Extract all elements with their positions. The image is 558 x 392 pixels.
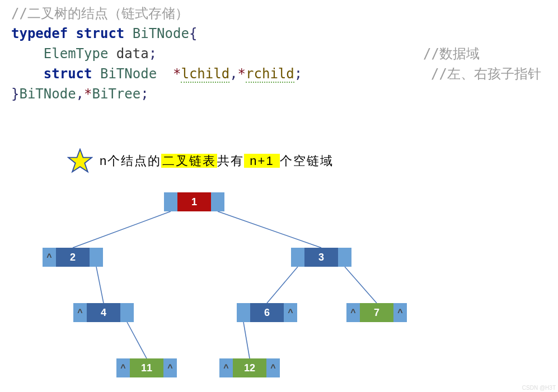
type-bitnode: BiTNode (124, 26, 189, 41)
note-hl1: 二叉链表 (161, 154, 217, 168)
code-block: //二叉树的结点（链式存储） typedef struct BiTNode{ E… (0, 0, 558, 104)
rchild-ptr: ^ (266, 358, 280, 377)
comma-2: , (76, 86, 84, 102)
watermark: CSDN @H3T (522, 385, 556, 391)
tree-node-11: ^11^ (116, 358, 177, 377)
brace-close: } (11, 86, 19, 102)
semi-1: ; (149, 46, 157, 62)
comma-1: , (229, 66, 237, 82)
rchild-ptr (211, 192, 224, 211)
data-cell: 6 (250, 303, 284, 322)
code-line-3: ElemType data;//数据域 (11, 44, 547, 64)
semi-3: ; (140, 86, 148, 102)
tree-node-4: ^4 (73, 303, 134, 322)
lchild-ptr: ^ (219, 358, 233, 377)
note-t3: 个空链域 (280, 154, 334, 168)
rchild-ptr (90, 248, 103, 267)
asterisk-3: * (84, 86, 92, 102)
edge-n1_r (218, 211, 321, 248)
type-elemtype: ElemType (11, 46, 108, 62)
edge-n4_r (127, 322, 147, 358)
note-text: n个结点的二叉链表共有 n+1 个空链域 (100, 153, 334, 169)
type-bitree: BiTree (92, 86, 141, 102)
tree-node-3: 3 (291, 248, 351, 267)
comment-2: //数据域 (423, 44, 480, 64)
brace-open: { (189, 26, 197, 41)
code-line-2: typedef struct BiTNode{ (11, 23, 547, 44)
code-line-5: }BiTNode,*BiTree; (11, 84, 547, 104)
id-data: data (108, 46, 148, 62)
tree-diagram: 1^23^46^^7^^11^^12^ (0, 185, 558, 391)
data-cell: 3 (304, 248, 338, 267)
svg-marker-0 (68, 149, 92, 172)
kw-struct: struct (68, 26, 124, 41)
edge-n2_r (96, 267, 104, 303)
tree-node-7: ^7^ (346, 303, 407, 322)
id-lchild: lchild (181, 66, 229, 83)
tree-node-12: ^12^ (219, 358, 280, 377)
data-cell: 7 (360, 303, 393, 322)
edge-n6_l (243, 322, 250, 358)
data-cell: 11 (130, 358, 163, 377)
edge-n3_r (345, 267, 377, 303)
lchild-ptr: ^ (73, 303, 87, 322)
id-rchild: rchild (246, 66, 294, 83)
rchild-ptr: ^ (163, 358, 177, 377)
code-line-4: struct BiTNode *lchild,*rchild;//左、右孩子指针 (11, 64, 547, 84)
comment-1: //二叉树的结点（链式存储） (11, 6, 189, 21)
data-cell: 1 (177, 192, 211, 211)
rchild-ptr (338, 248, 351, 267)
semi-2: ; (294, 66, 302, 82)
edge-n1_l (73, 211, 171, 248)
type-bitnode-3: BiTNode (19, 86, 76, 102)
tree-node-1: 1 (164, 192, 224, 211)
code-line-1: //二叉树的结点（链式存储） (11, 3, 547, 23)
lchild-ptr: ^ (346, 303, 360, 322)
kw-typedef: typedef (11, 26, 68, 41)
comment-3: //左、右孩子指针 (431, 64, 541, 84)
important-note: n个结点的二叉链表共有 n+1 个空链域 (67, 148, 334, 174)
type-bitnode-2: BiTNode (92, 66, 157, 82)
rchild-ptr: ^ (393, 303, 407, 322)
kw-struct-2: struct (11, 66, 92, 82)
rchild-ptr (120, 303, 134, 322)
asterisk-2: * (238, 66, 246, 82)
data-cell: 2 (56, 248, 90, 267)
data-cell: 4 (87, 303, 120, 322)
lchild-ptr (237, 303, 250, 322)
rchild-ptr: ^ (284, 303, 297, 322)
lchild-ptr: ^ (43, 248, 56, 267)
data-cell: 12 (233, 358, 266, 377)
tree-node-6: 6^ (237, 303, 297, 322)
note-t2: 共有 (217, 154, 244, 168)
lchild-ptr: ^ (116, 358, 130, 377)
lchild-ptr (164, 192, 177, 211)
lchild-ptr (291, 248, 304, 267)
note-t1: n个结点的 (100, 154, 161, 168)
note-hl2: n+1 (244, 154, 280, 168)
edge-n3_l (267, 267, 298, 303)
tree-node-2: ^2 (43, 248, 103, 267)
star-icon (67, 148, 93, 174)
asterisk-1: * (157, 66, 181, 82)
